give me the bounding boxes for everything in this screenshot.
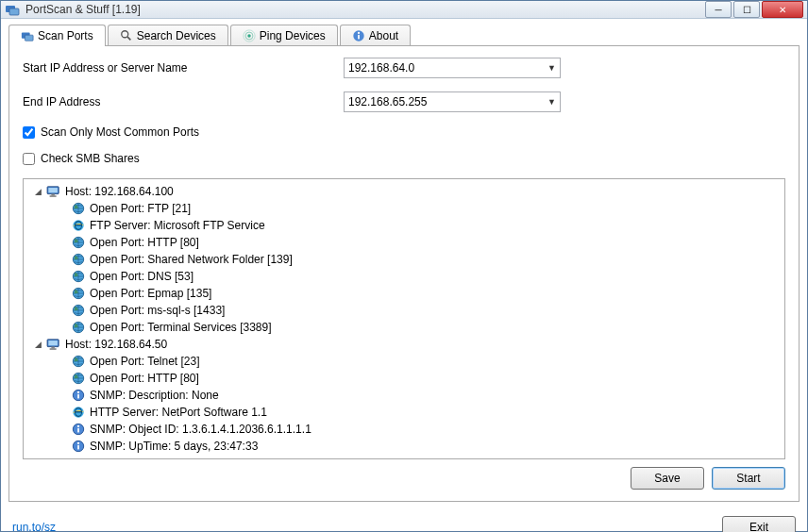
globe-icon xyxy=(71,303,86,318)
tree-host-row[interactable]: ◢Host: 192.168.64.50 xyxy=(33,336,779,353)
monitor-icon xyxy=(46,337,61,352)
tab-label: Ping Devices xyxy=(260,29,326,42)
end-ip-row: End IP Address 192.168.65.255 ▼ xyxy=(23,91,785,112)
about-icon xyxy=(352,29,365,42)
tree-child-label: Open Port: Epmap [135] xyxy=(90,287,211,300)
tree-child-row[interactable]: SNMP: UpTime: 5 days, 23:47:33 xyxy=(71,438,779,455)
tab-label: Search Devices xyxy=(137,29,216,42)
tab-search-devices[interactable]: Search Devices xyxy=(108,25,228,46)
exit-button[interactable]: Exit xyxy=(722,516,796,532)
window-title: PortScan & Stuff [1.19] xyxy=(25,3,705,16)
tree-child-row[interactable]: HTTP Server: NetPort Software 1.1 xyxy=(71,404,779,421)
globe-icon xyxy=(71,235,86,250)
start-ip-row: Start IP Address or Server Name 192.168.… xyxy=(23,58,785,78)
tab-label: About xyxy=(369,29,398,42)
tree-child-label: Open Port: Terminal Services [3389] xyxy=(90,321,272,334)
tab-ping-devices[interactable]: Ping Devices xyxy=(230,25,338,46)
tab-content: Start IP Address or Server Name 192.168.… xyxy=(8,45,800,502)
tree-child-label: Open Port: HTTP [80] xyxy=(90,236,199,249)
app-window: PortScan & Stuff [1.19] ─ ☐ ✕ Scan Ports… xyxy=(0,0,808,532)
globe-icon xyxy=(71,354,86,369)
tree-child-row[interactable]: Open Port: FTP [21] xyxy=(71,200,779,217)
tree-host-label: Host: 192.168.64.50 xyxy=(65,338,167,351)
scan-ports-icon xyxy=(21,29,34,42)
tab-strip: Scan Ports Search Devices Ping Devices A… xyxy=(1,19,807,46)
end-ip-combo[interactable]: 192.168.65.255 ▼ xyxy=(344,91,561,112)
check-smb-checkbox[interactable] xyxy=(23,153,35,165)
tree-child-label: SNMP: Object ID: 1.3.6.1.4.1.2036.6.1.1.… xyxy=(90,423,311,436)
monitor-icon xyxy=(46,184,61,199)
globe-icon xyxy=(71,269,86,284)
tree-child-label: FTP Server: Microsoft FTP Service xyxy=(90,219,265,232)
scan-common-row: Scan Only Most Common Ports xyxy=(23,125,785,139)
chevron-down-icon: ▼ xyxy=(547,97,556,107)
tab-about[interactable]: About xyxy=(340,25,411,46)
scan-common-checkbox[interactable] xyxy=(23,126,35,139)
tree-child-row[interactable]: SNMP: Description: None xyxy=(71,387,779,404)
tree-child-row[interactable]: SNMP: Object ID: 1.3.6.1.4.1.2036.6.1.1.… xyxy=(71,421,779,438)
ie-icon xyxy=(71,218,86,233)
maximize-button[interactable]: ☐ xyxy=(733,1,760,18)
globe-icon xyxy=(71,320,86,335)
tree-child-label: Open Port: DNS [53] xyxy=(90,270,194,283)
tree-child-label: SNMP: Description: None xyxy=(90,389,219,402)
results-tree[interactable]: ◢Host: 192.168.64.100Open Port: FTP [21]… xyxy=(23,178,785,459)
tree-child-row[interactable]: Open Port: Terminal Services [3389] xyxy=(71,319,779,336)
footer-link[interactable]: run.to/sz xyxy=(12,521,56,532)
collapse-icon[interactable]: ◢ xyxy=(33,187,42,196)
globe-icon xyxy=(71,286,86,301)
tree-host-label: Host: 192.168.64.100 xyxy=(65,185,174,198)
window-controls: ─ ☐ ✕ xyxy=(705,1,803,18)
globe-icon xyxy=(71,252,86,267)
scan-common-label[interactable]: Scan Only Most Common Ports xyxy=(41,125,199,139)
info-icon xyxy=(71,439,86,454)
start-ip-value: 192.168.64.0 xyxy=(348,61,414,75)
tree-child-row[interactable]: Open Port: Telnet [23] xyxy=(71,353,779,370)
collapse-icon[interactable]: ◢ xyxy=(33,340,42,349)
start-button[interactable]: Start xyxy=(712,467,785,490)
tab-label: Scan Ports xyxy=(38,29,93,42)
end-ip-label: End IP Address xyxy=(23,95,344,108)
tree-child-row[interactable]: Open Port: Epmap [135] xyxy=(71,285,779,302)
info-icon xyxy=(71,388,86,403)
globe-icon xyxy=(71,371,86,386)
start-ip-combo[interactable]: 192.168.64.0 ▼ xyxy=(344,58,561,78)
minimize-button[interactable]: ─ xyxy=(705,1,732,18)
save-button[interactable]: Save xyxy=(631,467,704,490)
tree-child-label: Open Port: FTP [21] xyxy=(90,202,191,215)
tab-scan-ports[interactable]: Scan Ports xyxy=(8,25,106,46)
search-icon xyxy=(120,29,133,42)
tree-child-row[interactable]: Open Port: HTTP [80] xyxy=(71,234,779,251)
ie-icon xyxy=(71,405,86,420)
inner-button-row: Save Start xyxy=(23,459,785,490)
tree-child-label: Open Port: HTTP [80] xyxy=(90,372,199,385)
footer: run.to/sz Exit xyxy=(1,510,807,532)
check-smb-row: Check SMB Shares xyxy=(23,152,785,165)
tree-child-label: Open Port: ms-sql-s [1433] xyxy=(90,304,225,317)
globe-icon xyxy=(71,201,86,216)
tree-child-label: Open Port: Shared Network Folder [139] xyxy=(90,253,293,266)
start-ip-label: Start IP Address or Server Name xyxy=(23,61,344,75)
titlebar: PortScan & Stuff [1.19] ─ ☐ ✕ xyxy=(1,1,807,19)
tree-child-label: HTTP Server: NetPort Software 1.1 xyxy=(90,406,267,419)
tree-child-row[interactable]: FTP Server: Microsoft FTP Service xyxy=(71,217,779,234)
tree-child-row[interactable]: Open Port: HTTP [80] xyxy=(71,370,779,387)
ping-icon xyxy=(243,29,256,42)
info-icon xyxy=(71,422,86,437)
app-icon xyxy=(5,2,20,17)
check-smb-label[interactable]: Check SMB Shares xyxy=(41,152,140,165)
close-button[interactable]: ✕ xyxy=(762,1,803,18)
chevron-down-icon: ▼ xyxy=(547,63,556,73)
end-ip-value: 192.168.65.255 xyxy=(348,95,427,108)
tree-child-label: Open Port: Telnet [23] xyxy=(90,355,200,368)
tree-child-row[interactable]: Open Port: ms-sql-s [1433] xyxy=(71,302,779,319)
tree-host-row[interactable]: ◢Host: 192.168.64.100 xyxy=(33,183,779,200)
tree-child-row[interactable]: Open Port: DNS [53] xyxy=(71,268,779,285)
tree-child-label: SNMP: UpTime: 5 days, 23:47:33 xyxy=(90,440,258,453)
tree-child-row[interactable]: Open Port: Shared Network Folder [139] xyxy=(71,251,779,268)
